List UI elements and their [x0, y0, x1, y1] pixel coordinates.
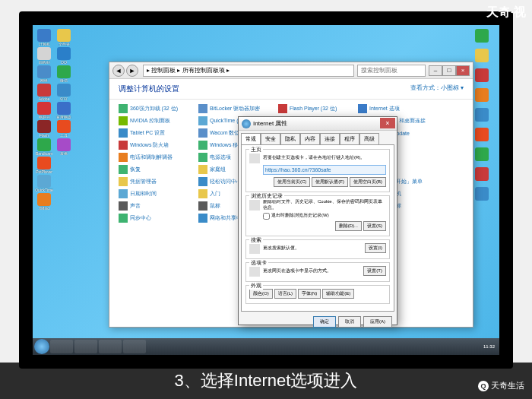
ok-button[interactable]: 确定 [313, 316, 336, 328]
control-panel-item[interactable]: BitLocker 驱动器加密 [198, 104, 278, 113]
desktop-icons-column-2: 文件夹QQ微信钉钉百度网盘工具表格 [55, 29, 93, 155]
desktop-icon[interactable]: 文件夹 [55, 29, 72, 46]
control-panel-item[interactable]: Windows 防火墙 [119, 141, 198, 150]
nav-back-button[interactable]: ◄ [112, 65, 125, 77]
dialog-tab[interactable]: 安全 [261, 133, 280, 144]
control-panel-item[interactable]: Internet 选项 [358, 104, 438, 113]
dialog-close-button[interactable]: × [380, 118, 395, 128]
search-desc: 更改搜索默认值。 [263, 245, 299, 252]
nav-forward-button[interactable]: ► [126, 65, 138, 77]
control-panel-item[interactable]: 恢复 [119, 165, 198, 174]
control-panel-item[interactable]: 声音 [119, 201, 198, 211]
icon-label: 钉钉 [60, 97, 68, 101]
search-settings-button[interactable]: 设置(I) [365, 243, 386, 253]
taskbar-item[interactable] [123, 340, 146, 353]
taskbar-item[interactable] [50, 340, 73, 353]
colors-button[interactable]: 颜色(O) [249, 289, 273, 299]
desktop-icon[interactable]: QuickTime [36, 175, 52, 192]
desktop-icon[interactable]: 网络 [36, 65, 52, 82]
desktop-icon[interactable] [473, 128, 490, 144]
control-panel-item[interactable]: Flash Player (32 位) [278, 104, 358, 113]
desktop-icon[interactable] [473, 49, 490, 65]
delete-history-button[interactable]: 删除(D)... [335, 221, 362, 231]
app-icon [57, 29, 71, 42]
item-icon [119, 153, 128, 162]
control-panel-item[interactable]: Tablet PC 设置 [119, 128, 198, 138]
app-icon [475, 68, 489, 82]
desktop-icon[interactable]: 微信 [55, 65, 72, 82]
desktop-icon[interactable]: XMind [36, 193, 52, 210]
control-panel-titlebar: ◄ ► ▸ 控制面板 ▸ 所有控制面板项 ▸ – □ × [109, 62, 473, 79]
desktop-icon[interactable] [473, 68, 490, 85]
item-icon [278, 104, 287, 113]
use-blank-button[interactable]: 使用空白页(B) [350, 177, 386, 187]
desktop-icon[interactable]: 网易云 [36, 102, 52, 119]
desktop-icon[interactable]: Adobe [36, 84, 52, 100]
tabs-settings-button[interactable]: 设置(T) [363, 266, 386, 276]
app-icon [475, 167, 489, 181]
delete-on-exit-label: 退出时删除浏览历史记录(W) [271, 213, 329, 219]
history-icon [249, 200, 260, 211]
desktop-icon[interactable] [473, 29, 490, 46]
start-button[interactable] [34, 339, 49, 354]
minimize-button[interactable]: – [429, 65, 442, 76]
maximize-button[interactable]: □ [442, 65, 456, 76]
control-panel-item[interactable]: 凭据管理器 [119, 177, 198, 186]
desktop-icon[interactable]: 工具 [55, 120, 72, 137]
dialog-tab[interactable]: 程序 [340, 133, 359, 144]
control-panel-item[interactable]: 同步中心 [119, 214, 198, 223]
dialog-tab[interactable]: 连接 [320, 133, 340, 144]
item-label: 恢复 [130, 166, 141, 173]
fonts-button[interactable]: 字体(N) [298, 289, 321, 299]
item-label: Flash Player (32 位) [290, 105, 337, 112]
icon-label: 回收站 [39, 60, 50, 65]
desktop-icon[interactable] [473, 108, 490, 125]
search-input[interactable] [357, 65, 426, 77]
dialog-tab[interactable]: 隐私 [280, 133, 300, 144]
accessibility-button[interactable]: 辅助功能(E) [322, 289, 354, 299]
desktop-icon[interactable] [473, 88, 490, 105]
desktop-icon[interactable] [473, 167, 490, 184]
control-panel-item[interactable]: 电话和调制解调器 [119, 153, 198, 162]
breadcrumb[interactable]: ▸ 控制面板 ▸ 所有控制面板项 ▸ [143, 65, 354, 77]
cancel-button[interactable]: 取消 [338, 316, 361, 328]
close-button[interactable]: × [456, 65, 470, 76]
delete-on-exit-checkbox[interactable] [263, 213, 270, 220]
desktop-icon[interactable]: Bandicam [36, 138, 52, 155]
homepage-url-input[interactable] [263, 165, 386, 175]
apply-button[interactable]: 应用(A) [363, 316, 392, 328]
language-button[interactable]: 语言(L) [274, 289, 296, 299]
item-label: 鼠标 [210, 202, 220, 210]
desktop-icon[interactable]: PotPlayer [36, 157, 52, 173]
desktop-icon[interactable]: QQ [55, 47, 72, 64]
desktop-icon[interactable]: Flash [36, 120, 52, 137]
use-default-button[interactable]: 使用默认值(F) [312, 177, 348, 187]
history-settings-button[interactable]: 设置(S) [363, 221, 386, 231]
taskbar-item[interactable] [99, 340, 122, 353]
control-panel-item[interactable]: 360强力卸载 (32 位) [119, 104, 198, 113]
control-panel-item[interactable]: NVIDIA 控制面板 [119, 116, 198, 125]
desktop-icon[interactable]: 计算机 [36, 29, 52, 46]
taskbar-item[interactable] [74, 340, 97, 353]
desktop-icon[interactable] [473, 187, 490, 204]
taskbar: 11:32 [33, 338, 499, 355]
dialog-tab[interactable]: 高级 [359, 133, 379, 144]
desktop-icon[interactable]: 钉钉 [55, 84, 72, 100]
desktop-icon[interactable] [473, 147, 490, 164]
desktop-icon[interactable]: 百度网盘 [55, 102, 72, 119]
use-current-button[interactable]: 使用当前页(C) [274, 177, 310, 187]
logo-icon: Q [478, 381, 489, 391]
item-label: 同步中心 [130, 214, 151, 222]
item-icon [119, 177, 128, 186]
desktop-icon[interactable]: 回收站 [36, 47, 52, 64]
app-icon [57, 47, 71, 60]
control-panel-item[interactable]: 日期和时间 [119, 189, 198, 198]
dialog-tab[interactable]: 内容 [300, 133, 320, 144]
view-mode-selector[interactable]: 查看方式：小图标 ▾ [410, 84, 464, 94]
icon-label: 微信 [60, 78, 68, 83]
app-icon [37, 193, 51, 206]
dialog-tab[interactable]: 常规 [241, 133, 261, 144]
desktop-icon[interactable]: 表格 [55, 138, 72, 155]
item-label: 电源选项 [210, 154, 231, 161]
system-tray[interactable]: 11:32 [483, 344, 498, 349]
